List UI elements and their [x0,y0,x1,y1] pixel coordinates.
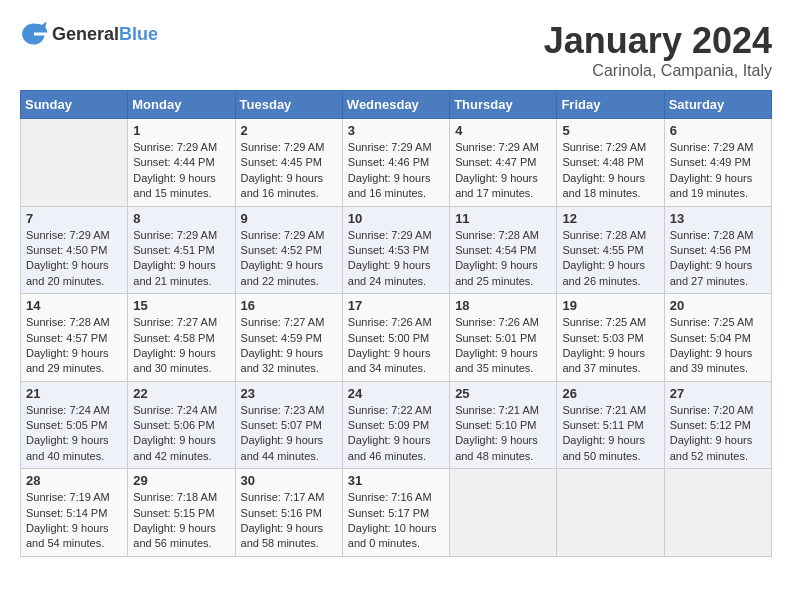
day-number: 26 [562,386,658,401]
day-number: 18 [455,298,551,313]
cell-info: Sunrise: 7:21 AM Sunset: 5:11 PM Dayligh… [562,403,658,465]
day-number: 11 [455,211,551,226]
day-number: 28 [26,473,122,488]
day-number: 17 [348,298,444,313]
day-number: 15 [133,298,229,313]
calendar-cell: 12Sunrise: 7:28 AM Sunset: 4:55 PM Dayli… [557,206,664,294]
cell-info: Sunrise: 7:25 AM Sunset: 5:03 PM Dayligh… [562,315,658,377]
location-subtitle: Carinola, Campania, Italy [544,62,772,80]
col-saturday: Saturday [664,91,771,119]
cell-info: Sunrise: 7:28 AM Sunset: 4:55 PM Dayligh… [562,228,658,290]
header-row: Sunday Monday Tuesday Wednesday Thursday… [21,91,772,119]
cell-info: Sunrise: 7:17 AM Sunset: 5:16 PM Dayligh… [241,490,337,552]
cell-info: Sunrise: 7:29 AM Sunset: 4:50 PM Dayligh… [26,228,122,290]
cell-info: Sunrise: 7:29 AM Sunset: 4:48 PM Dayligh… [562,140,658,202]
day-number: 4 [455,123,551,138]
cell-info: Sunrise: 7:29 AM Sunset: 4:53 PM Dayligh… [348,228,444,290]
calendar-week-4: 21Sunrise: 7:24 AM Sunset: 5:05 PM Dayli… [21,381,772,469]
cell-info: Sunrise: 7:18 AM Sunset: 5:15 PM Dayligh… [133,490,229,552]
calendar-cell: 26Sunrise: 7:21 AM Sunset: 5:11 PM Dayli… [557,381,664,469]
calendar-cell: 9Sunrise: 7:29 AM Sunset: 4:52 PM Daylig… [235,206,342,294]
day-number: 12 [562,211,658,226]
calendar-cell: 29Sunrise: 7:18 AM Sunset: 5:15 PM Dayli… [128,469,235,557]
day-number: 30 [241,473,337,488]
day-number: 22 [133,386,229,401]
calendar-week-2: 7Sunrise: 7:29 AM Sunset: 4:50 PM Daylig… [21,206,772,294]
day-number: 2 [241,123,337,138]
calendar-cell: 27Sunrise: 7:20 AM Sunset: 5:12 PM Dayli… [664,381,771,469]
day-number: 6 [670,123,766,138]
calendar-cell: 19Sunrise: 7:25 AM Sunset: 5:03 PM Dayli… [557,294,664,382]
calendar-cell: 4Sunrise: 7:29 AM Sunset: 4:47 PM Daylig… [450,119,557,207]
calendar-cell: 24Sunrise: 7:22 AM Sunset: 5:09 PM Dayli… [342,381,449,469]
day-number: 1 [133,123,229,138]
calendar-week-5: 28Sunrise: 7:19 AM Sunset: 5:14 PM Dayli… [21,469,772,557]
logo-text: GeneralBlue [52,24,158,45]
cell-info: Sunrise: 7:29 AM Sunset: 4:51 PM Dayligh… [133,228,229,290]
logo-general: General [52,24,119,44]
day-number: 23 [241,386,337,401]
calendar-header: Sunday Monday Tuesday Wednesday Thursday… [21,91,772,119]
col-friday: Friday [557,91,664,119]
calendar-cell: 7Sunrise: 7:29 AM Sunset: 4:50 PM Daylig… [21,206,128,294]
calendar-cell [450,469,557,557]
day-number: 10 [348,211,444,226]
cell-info: Sunrise: 7:27 AM Sunset: 4:58 PM Dayligh… [133,315,229,377]
calendar-cell: 18Sunrise: 7:26 AM Sunset: 5:01 PM Dayli… [450,294,557,382]
day-number: 29 [133,473,229,488]
calendar-cell: 15Sunrise: 7:27 AM Sunset: 4:58 PM Dayli… [128,294,235,382]
calendar-cell: 16Sunrise: 7:27 AM Sunset: 4:59 PM Dayli… [235,294,342,382]
day-number: 5 [562,123,658,138]
day-number: 20 [670,298,766,313]
calendar-cell: 28Sunrise: 7:19 AM Sunset: 5:14 PM Dayli… [21,469,128,557]
calendar-cell: 2Sunrise: 7:29 AM Sunset: 4:45 PM Daylig… [235,119,342,207]
col-wednesday: Wednesday [342,91,449,119]
cell-info: Sunrise: 7:29 AM Sunset: 4:52 PM Dayligh… [241,228,337,290]
cell-info: Sunrise: 7:29 AM Sunset: 4:47 PM Dayligh… [455,140,551,202]
col-thursday: Thursday [450,91,557,119]
cell-info: Sunrise: 7:23 AM Sunset: 5:07 PM Dayligh… [241,403,337,465]
cell-info: Sunrise: 7:27 AM Sunset: 4:59 PM Dayligh… [241,315,337,377]
calendar-cell: 13Sunrise: 7:28 AM Sunset: 4:56 PM Dayli… [664,206,771,294]
col-sunday: Sunday [21,91,128,119]
calendar-table: Sunday Monday Tuesday Wednesday Thursday… [20,90,772,557]
day-number: 24 [348,386,444,401]
logo-blue: Blue [119,24,158,44]
cell-info: Sunrise: 7:16 AM Sunset: 5:17 PM Dayligh… [348,490,444,552]
calendar-cell: 8Sunrise: 7:29 AM Sunset: 4:51 PM Daylig… [128,206,235,294]
title-area: January 2024 Carinola, Campania, Italy [544,20,772,80]
cell-info: Sunrise: 7:26 AM Sunset: 5:00 PM Dayligh… [348,315,444,377]
calendar-week-3: 14Sunrise: 7:28 AM Sunset: 4:57 PM Dayli… [21,294,772,382]
calendar-cell: 31Sunrise: 7:16 AM Sunset: 5:17 PM Dayli… [342,469,449,557]
day-number: 25 [455,386,551,401]
day-number: 9 [241,211,337,226]
col-tuesday: Tuesday [235,91,342,119]
page-header: GeneralBlue January 2024 Carinola, Campa… [20,20,772,80]
cell-info: Sunrise: 7:29 AM Sunset: 4:46 PM Dayligh… [348,140,444,202]
calendar-cell: 10Sunrise: 7:29 AM Sunset: 4:53 PM Dayli… [342,206,449,294]
logo: GeneralBlue [20,20,158,48]
cell-info: Sunrise: 7:29 AM Sunset: 4:44 PM Dayligh… [133,140,229,202]
cell-info: Sunrise: 7:19 AM Sunset: 5:14 PM Dayligh… [26,490,122,552]
calendar-cell: 6Sunrise: 7:29 AM Sunset: 4:49 PM Daylig… [664,119,771,207]
cell-info: Sunrise: 7:21 AM Sunset: 5:10 PM Dayligh… [455,403,551,465]
col-monday: Monday [128,91,235,119]
day-number: 13 [670,211,766,226]
calendar-cell: 21Sunrise: 7:24 AM Sunset: 5:05 PM Dayli… [21,381,128,469]
cell-info: Sunrise: 7:29 AM Sunset: 4:45 PM Dayligh… [241,140,337,202]
calendar-cell: 5Sunrise: 7:29 AM Sunset: 4:48 PM Daylig… [557,119,664,207]
calendar-cell: 22Sunrise: 7:24 AM Sunset: 5:06 PM Dayli… [128,381,235,469]
calendar-cell: 3Sunrise: 7:29 AM Sunset: 4:46 PM Daylig… [342,119,449,207]
calendar-cell: 25Sunrise: 7:21 AM Sunset: 5:10 PM Dayli… [450,381,557,469]
cell-info: Sunrise: 7:24 AM Sunset: 5:06 PM Dayligh… [133,403,229,465]
cell-info: Sunrise: 7:28 AM Sunset: 4:54 PM Dayligh… [455,228,551,290]
day-number: 7 [26,211,122,226]
cell-info: Sunrise: 7:24 AM Sunset: 5:05 PM Dayligh… [26,403,122,465]
calendar-cell: 11Sunrise: 7:28 AM Sunset: 4:54 PM Dayli… [450,206,557,294]
calendar-cell [557,469,664,557]
calendar-body: 1Sunrise: 7:29 AM Sunset: 4:44 PM Daylig… [21,119,772,557]
calendar-cell [664,469,771,557]
cell-info: Sunrise: 7:28 AM Sunset: 4:56 PM Dayligh… [670,228,766,290]
calendar-cell: 17Sunrise: 7:26 AM Sunset: 5:00 PM Dayli… [342,294,449,382]
calendar-cell: 20Sunrise: 7:25 AM Sunset: 5:04 PM Dayli… [664,294,771,382]
